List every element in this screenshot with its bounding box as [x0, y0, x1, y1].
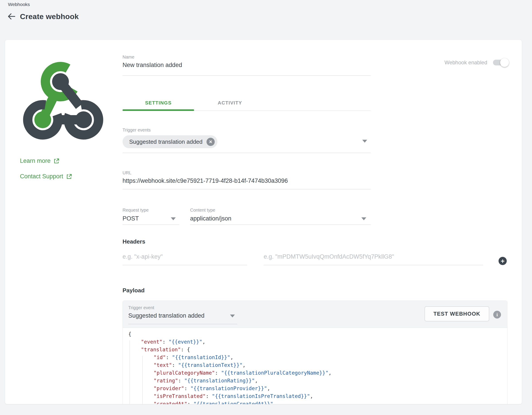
- headers-title: Headers: [123, 238, 145, 245]
- webhook-enabled-label: Webhook enabled: [445, 59, 487, 66]
- code-line: "isPreTranslated": "{{translationIsPreTr…: [123, 392, 507, 400]
- code-line: {: [123, 330, 507, 338]
- info-icon[interactable]: i: [493, 311, 501, 318]
- tab-activity[interactable]: ACTIVITY: [194, 95, 266, 111]
- payload-code-editor[interactable]: {"event": "{{event}}","translation": {"i…: [123, 328, 507, 404]
- webhook-enabled-row: Webhook enabled: [445, 59, 508, 66]
- code-line: "text": "{{translationText}}",: [123, 361, 507, 369]
- name-label: Name: [123, 55, 134, 60]
- content-type-dropdown-icon[interactable]: [361, 217, 366, 220]
- webhook-enabled-toggle[interactable]: [493, 60, 508, 65]
- toggle-thumb: [500, 58, 509, 67]
- test-webhook-button[interactable]: TEST WEBHOOK: [425, 306, 489, 321]
- request-type-dropdown-icon[interactable]: [171, 217, 176, 220]
- back-arrow-icon[interactable]: [7, 11, 16, 21]
- indent-guide: [142, 356, 143, 404]
- name-underline: [123, 75, 371, 76]
- trigger-event-chip: Suggested translation added ✕: [123, 135, 217, 148]
- tabbar: SETTINGS ACTIVITY: [123, 95, 371, 111]
- code-line: "pluralCategoryName": "{{translationPlur…: [123, 369, 507, 377]
- webhook-logo-icon: [19, 56, 107, 140]
- url-label: URL: [123, 170, 131, 176]
- code-line: "event": "{{event}}",: [123, 338, 507, 346]
- page-title: Create webhook: [20, 12, 79, 21]
- payload-title: Payload: [123, 287, 145, 294]
- contact-support-label: Contact Support: [20, 173, 63, 180]
- chip-remove-icon[interactable]: ✕: [207, 138, 215, 146]
- learn-more-label: Learn more: [20, 158, 50, 164]
- tab-settings[interactable]: SETTINGS: [123, 95, 194, 111]
- request-type-select[interactable]: POST: [123, 215, 139, 222]
- name-input[interactable]: [123, 62, 371, 69]
- add-header-button[interactable]: +: [499, 257, 507, 265]
- payload-trigger-event-label: Trigger event: [128, 305, 154, 310]
- content-type-label: Content type: [190, 208, 215, 213]
- code-line: "translation": {: [123, 346, 507, 354]
- active-tab-indicator: [123, 109, 194, 111]
- trigger-events-label: Trigger events: [123, 128, 151, 133]
- trigger-events-underline: [123, 153, 371, 153]
- external-link-icon: [54, 158, 59, 164]
- breadcrumb[interactable]: Webhooks: [8, 2, 30, 7]
- payload-box: Trigger event Suggested translation adde…: [123, 301, 507, 404]
- header-value-input[interactable]: [264, 253, 483, 260]
- indent-guide: [129, 340, 130, 404]
- payload-trigger-event-dropdown-icon[interactable]: [230, 315, 235, 317]
- content-type-underline: [190, 225, 371, 225]
- payload-header: Trigger event Suggested translation adde…: [123, 301, 507, 328]
- header-key-underline: [123, 265, 247, 265]
- trigger-events-dropdown-icon[interactable]: [362, 140, 367, 143]
- contact-support-link[interactable]: Contact Support: [20, 173, 72, 180]
- url-input[interactable]: [123, 178, 371, 184]
- code-line: "createdAt": "{{translationCreatedAt}}",: [123, 400, 507, 404]
- request-type-label: Request type: [123, 208, 149, 213]
- header-value-underline: [264, 265, 483, 265]
- request-type-underline: [123, 225, 179, 225]
- code-line: "rating": "{{translationRating}}",: [123, 377, 507, 385]
- content-type-select[interactable]: application/json: [190, 215, 231, 222]
- external-link-icon: [66, 174, 72, 179]
- chip-label: Suggested translation added: [129, 138, 202, 145]
- create-webhook-page: { "colors": { "accent_green": "#43a047",…: [0, 0, 532, 415]
- code-line: "id": "{{translationId}}",: [123, 354, 507, 361]
- webhook-card: Learn more Contact Support Name Webhook …: [5, 40, 522, 404]
- payload-trigger-event-underline: [128, 324, 237, 324]
- learn-more-link[interactable]: Learn more: [20, 158, 59, 164]
- url-underline: [123, 189, 371, 189]
- header-key-input[interactable]: [123, 253, 247, 260]
- payload-trigger-event-select[interactable]: Suggested translation added: [128, 312, 205, 319]
- code-line: "provider": "{{translationProvider}}",: [123, 385, 507, 392]
